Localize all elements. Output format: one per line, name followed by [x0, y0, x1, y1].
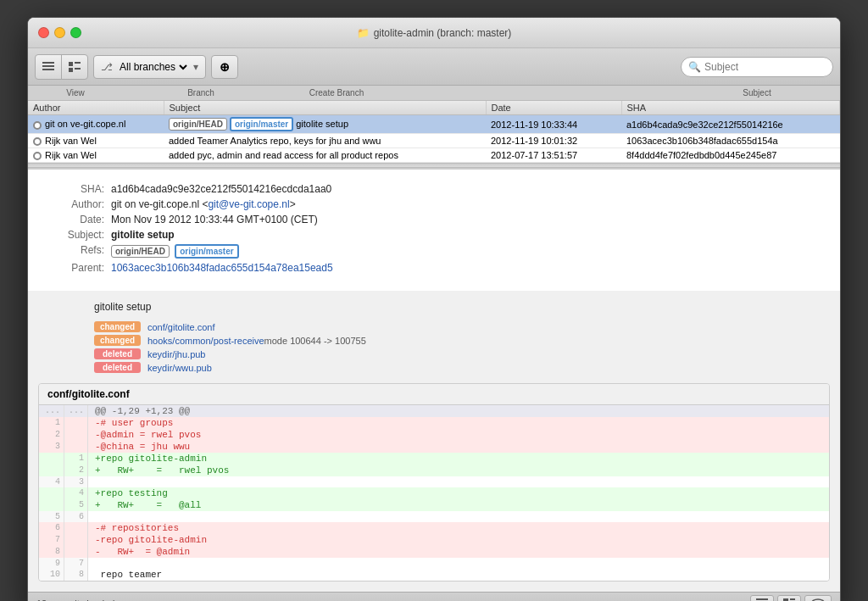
diff-line-content: +repo testing — [88, 487, 829, 499]
diff-new-num — [64, 522, 88, 534]
cell-date: 2012-11-19 10:33:44 — [486, 115, 621, 134]
search-box[interactable]: 🔍 — [681, 57, 833, 77]
diff-line-content: -@admin = rwel pvos — [88, 429, 829, 441]
col-subject: Subject — [164, 101, 486, 115]
cell-date: 2012-11-19 10:01:32 — [486, 134, 621, 148]
table-header: Author Subject Date SHA — [28, 101, 840, 115]
diff-line-content: - RW+ = @admin — [88, 546, 829, 558]
detail-date-row: Date: Mon Nov 19 2012 10:33:44 GMT+0100 … — [45, 214, 823, 225]
diff-old-num — [39, 453, 64, 465]
diff-new-num — [64, 417, 88, 429]
cell-author: Rijk van Wel — [28, 148, 164, 163]
svg-rect-5 — [69, 68, 73, 72]
list-status-button[interactable] — [750, 595, 774, 601]
svg-rect-6 — [75, 68, 81, 70]
diff-new-num: ... — [64, 405, 88, 417]
diff-old-num: 1 — [39, 417, 64, 429]
diff-old-num — [39, 465, 64, 476]
branch-selector[interactable]: ⎇ All branches ▾ — [93, 55, 206, 79]
file-link[interactable]: keydir/wwu.pub — [147, 363, 212, 373]
diff-line: 1+repo gitolite-admin — [39, 453, 829, 465]
diff-line-content: -# user groups — [88, 417, 829, 429]
diff-old-num: ... — [39, 405, 64, 417]
file-status-badge: changed — [94, 321, 141, 332]
parent-value: 1063acec3b106b348fadac655d154a78ea15ead5 — [111, 262, 333, 274]
search-icon: 🔍 — [688, 61, 701, 73]
table-row[interactable]: Rijk van Weladded pyc, admin and read ac… — [28, 148, 840, 163]
diff-new-num: 5 — [64, 499, 88, 511]
diff-line-content — [88, 511, 829, 522]
diff-new-num: 1 — [64, 453, 88, 465]
badge-origin-master: origin/master — [175, 244, 238, 259]
list-view-button[interactable] — [36, 55, 62, 79]
table-row[interactable]: Rijk van Weladded Teamer Analytics repo,… — [28, 134, 840, 148]
file-link[interactable]: conf/gitolite.conf — [147, 322, 215, 332]
diff-line: 3-@china = jhu wwu — [39, 441, 829, 453]
badge-origin-head: origin/HEAD — [111, 245, 170, 258]
commit-message: gitolite setup — [28, 301, 840, 313]
parent-label: Parent: — [45, 262, 104, 274]
file-extra: mode 100644 -> 100755 — [264, 336, 366, 346]
diff-old-num: 10 — [39, 569, 64, 581]
svg-rect-7 — [756, 598, 768, 600]
diff-line: 97 — [39, 558, 829, 569]
sha-value: a1d6b4cada9c9e32ce212f55014216ecdcda1aa0 — [111, 183, 331, 195]
detail-refs-row: Refs: origin/HEAD origin/master — [45, 244, 823, 259]
file-change-row: changedhooks/common/post-receive mode 10… — [94, 335, 840, 346]
diff-old-num: 3 — [39, 441, 64, 453]
diff-old-num: 9 — [39, 558, 64, 569]
diff-line-content: -repo gitolite-admin — [88, 534, 829, 546]
cell-author: Rijk van Wel — [28, 134, 164, 148]
cell-subject: origin/HEADorigin/mastergitolite setup — [164, 115, 486, 134]
file-status-badge: deleted — [94, 362, 141, 373]
branch-select-input[interactable]: All branches — [116, 60, 190, 74]
main-window: 📁 gitolite-admin (branch: master) — [27, 17, 841, 601]
commits-table: Author Subject Date SHA git on ve-git.co… — [28, 101, 840, 163]
diff-old-num: 5 — [39, 511, 64, 522]
minimize-button[interactable] — [54, 27, 65, 38]
commit-badge: origin/HEAD — [169, 118, 227, 131]
file-link[interactable]: hooks/common/post-receive — [147, 336, 264, 346]
diff-new-num: 8 — [64, 569, 88, 581]
detail-author-row: Author: git on ve-git.cope.nl <git@ve-gi… — [45, 198, 823, 210]
diff-old-num: 4 — [39, 476, 64, 487]
diff-line: 43 — [39, 476, 829, 487]
diff-old-num: 7 — [39, 534, 64, 546]
table-row[interactable]: git on ve-git.cope.nlorigin/HEADorigin/m… — [28, 115, 840, 134]
svg-rect-0 — [42, 62, 54, 64]
diff-line-content: repo teamer — [88, 569, 829, 581]
cell-subject: added pyc, admin and read access for all… — [164, 148, 486, 163]
diff-new-num: 6 — [64, 511, 88, 522]
close-button[interactable] — [38, 27, 49, 38]
diff-line: 2-@admin = rwel pvos — [39, 429, 829, 441]
eye-button[interactable] — [804, 595, 832, 601]
maximize-button[interactable] — [70, 27, 81, 38]
diff-line: ......@@ -1,29 +1,23 @@ — [39, 405, 829, 417]
diff-new-num — [64, 441, 88, 453]
col-sha: SHA — [621, 101, 840, 115]
diff-line: 56 — [39, 511, 829, 522]
diff-line-content: -@china = jhu wwu — [88, 441, 829, 453]
detail-view-button[interactable] — [62, 55, 87, 79]
cell-sha: 8f4ddd4fe7f02fedbdb0d445e245e87 — [621, 148, 840, 163]
author-email-link[interactable]: git@ve-git.cope.nl — [208, 198, 289, 210]
chevron-down-icon: ▾ — [193, 61, 198, 73]
diff-body: ......@@ -1,29 +1,23 @@1-# user groups2-… — [39, 405, 829, 581]
diff-line-content: @@ -1,29 +1,23 @@ — [88, 405, 829, 417]
diff-old-num: 8 — [39, 546, 64, 558]
detail-status-button[interactable] — [777, 595, 801, 601]
titlebar: 📁 gitolite-admin (branch: master) — [28, 18, 840, 48]
diff-old-num — [39, 499, 64, 511]
file-change-row: deletedkeydir/wwu.pub — [94, 362, 840, 373]
diff-new-num: 7 — [64, 558, 88, 569]
parent-link[interactable]: 1063acec3b106b348fadac655d154a78ea15ead5 — [111, 262, 333, 274]
author-value: git on ve-git.cope.nl <git@ve-git.cope.n… — [111, 198, 296, 210]
diff-line: 7-repo gitolite-admin — [39, 534, 829, 546]
diff-line: 108 repo teamer — [39, 569, 829, 581]
toolbar-labels: View Branch Create Branch Subject — [28, 86, 840, 101]
diff-line: 5+ RW+ = @all — [39, 499, 829, 511]
view-button-group — [35, 54, 88, 80]
file-link[interactable]: keydir/jhu.pub — [147, 349, 206, 359]
create-branch-button[interactable]: ⊕ — [211, 55, 238, 79]
search-input[interactable] — [704, 61, 823, 73]
